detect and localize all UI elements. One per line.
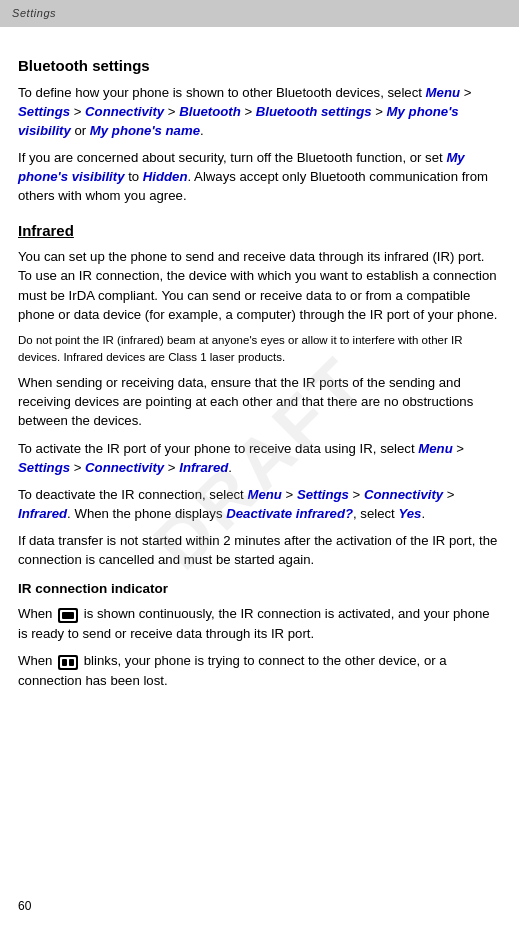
svg-rect-2 [62, 612, 74, 619]
ir-indicator-para-2: When blinks, your phone is trying to con… [18, 651, 501, 690]
settings-link-1[interactable]: Settings [18, 104, 70, 119]
bluetooth-settings-title: Bluetooth settings [18, 55, 501, 77]
menu-link-3[interactable]: Menu [247, 487, 281, 502]
ir-connection-indicator-title: IR connection indicator [18, 579, 501, 599]
infrared-para-1: You can set up the phone to send and rec… [18, 247, 501, 324]
bluetooth-settings-link[interactable]: Bluetooth settings [256, 104, 372, 119]
svg-rect-5 [62, 659, 67, 666]
header-bar: Settings [0, 0, 519, 27]
page-container: DRAFT Settings Bluetooth settings To def… [0, 0, 519, 925]
content-area: Bluetooth settings To define how your ph… [0, 27, 519, 719]
infrared-title: Infrared [18, 220, 501, 242]
bluetooth-para-1: To define how your phone is shown to oth… [18, 83, 501, 140]
yes-link[interactable]: Yes [398, 506, 421, 521]
menu-link-2[interactable]: Menu [418, 441, 452, 456]
header-text: Settings [12, 7, 56, 19]
menu-link-1[interactable]: Menu [426, 85, 460, 100]
connectivity-link-2[interactable]: Connectivity [85, 460, 164, 475]
my-phone-visibility-link-2[interactable]: My phone's visibility [18, 150, 465, 184]
settings-link-3[interactable]: Settings [297, 487, 349, 502]
infrared-para-5: If data transfer is not started within 2… [18, 531, 501, 569]
bluetooth-para-2: If you are concerned about security, tur… [18, 148, 501, 205]
infrared-para-3: To activate the IR port of your phone to… [18, 439, 501, 477]
ir-indicator-para-1: When is shown continuously, the IR conne… [18, 604, 501, 643]
infrared-para-4: To deactivate the IR connection, select … [18, 485, 501, 523]
ir-icon-blink [58, 652, 78, 671]
infrared-link-2[interactable]: Infrared [18, 506, 67, 521]
ir-icon-solid [58, 605, 78, 624]
connectivity-link-3[interactable]: Connectivity [364, 487, 443, 502]
hidden-link[interactable]: Hidden [143, 169, 188, 184]
settings-link-2[interactable]: Settings [18, 460, 70, 475]
bluetooth-link-1[interactable]: Bluetooth [179, 104, 241, 119]
page-number: 60 [18, 898, 31, 915]
connectivity-link-1[interactable]: Connectivity [85, 104, 164, 119]
infrared-warning: Do not point the IR (infrared) beam at a… [18, 332, 501, 365]
infrared-para-2: When sending or receiving data, ensure t… [18, 373, 501, 430]
infrared-link-1[interactable]: Infrared [179, 460, 228, 475]
deactivate-infrared-link[interactable]: Deactivate infrared? [226, 506, 353, 521]
my-phone-name-link[interactable]: My phone's name [90, 123, 200, 138]
svg-rect-6 [69, 659, 74, 666]
